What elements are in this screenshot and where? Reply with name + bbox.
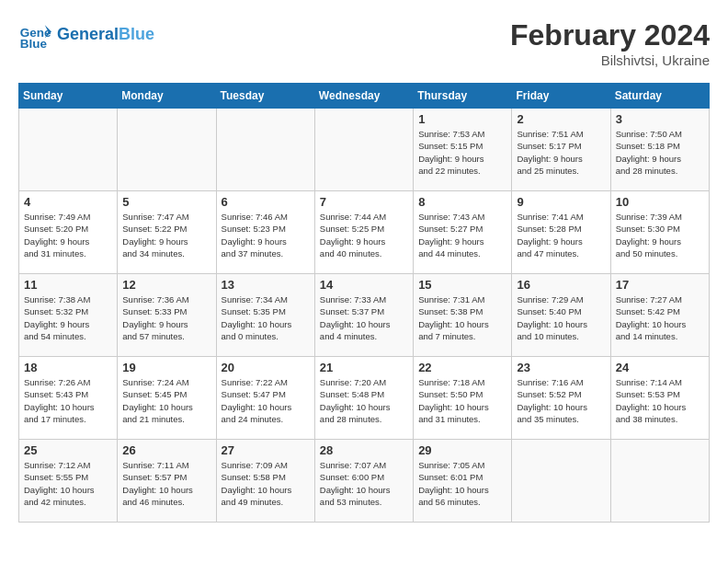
week-row-4: 18Sunrise: 7:26 AM Sunset: 5:43 PM Dayli… <box>19 357 710 440</box>
day-cell: 25Sunrise: 7:12 AM Sunset: 5:55 PM Dayli… <box>19 440 118 523</box>
day-cell: 18Sunrise: 7:26 AM Sunset: 5:43 PM Dayli… <box>19 357 118 440</box>
day-number: 26 <box>122 443 210 457</box>
day-detail: Sunrise: 7:51 AM Sunset: 5:17 PM Dayligh… <box>517 128 605 177</box>
day-detail: Sunrise: 7:46 AM Sunset: 5:23 PM Dayligh… <box>222 211 310 259</box>
day-detail: Sunrise: 7:05 AM Sunset: 6:01 PM Dayligh… <box>418 459 506 508</box>
day-cell: 23Sunrise: 7:16 AM Sunset: 5:52 PM Dayli… <box>512 357 610 440</box>
day-cell: 29Sunrise: 7:05 AM Sunset: 6:01 PM Dayli… <box>414 440 512 523</box>
day-detail: Sunrise: 7:07 AM Sunset: 6:00 PM Dayligh… <box>320 459 408 508</box>
week-row-3: 11Sunrise: 7:38 AM Sunset: 5:32 PM Dayli… <box>19 274 710 357</box>
day-number: 13 <box>222 278 310 292</box>
day-cell: 22Sunrise: 7:18 AM Sunset: 5:50 PM Dayli… <box>414 357 512 440</box>
day-number: 2 <box>517 112 605 126</box>
day-detail: Sunrise: 7:34 AM Sunset: 5:35 PM Dayligh… <box>222 293 310 342</box>
day-detail: Sunrise: 7:43 AM Sunset: 5:27 PM Dayligh… <box>418 211 506 259</box>
day-cell: 13Sunrise: 7:34 AM Sunset: 5:35 PM Dayli… <box>216 274 314 357</box>
day-number: 1 <box>418 112 506 126</box>
day-cell <box>314 109 413 191</box>
day-detail: Sunrise: 7:26 AM Sunset: 5:43 PM Dayligh… <box>24 376 112 425</box>
week-row-5: 25Sunrise: 7:12 AM Sunset: 5:55 PM Dayli… <box>19 440 710 523</box>
day-cell: 28Sunrise: 7:07 AM Sunset: 6:00 PM Dayli… <box>314 440 413 523</box>
day-number: 18 <box>24 361 112 374</box>
weekday-wednesday: Wednesday <box>314 84 413 109</box>
day-number: 5 <box>122 195 210 209</box>
day-cell: 19Sunrise: 7:24 AM Sunset: 5:45 PM Dayli… <box>118 357 216 440</box>
page-header: General Blue GeneralBlue February 2024 B… <box>18 18 710 68</box>
day-cell <box>19 109 118 191</box>
day-cell <box>512 440 610 523</box>
day-detail: Sunrise: 7:18 AM Sunset: 5:50 PM Dayligh… <box>418 376 506 425</box>
weekday-monday: Monday <box>118 84 216 109</box>
day-detail: Sunrise: 7:24 AM Sunset: 5:45 PM Dayligh… <box>122 376 210 425</box>
day-cell: 24Sunrise: 7:14 AM Sunset: 5:53 PM Dayli… <box>610 357 709 440</box>
weekday-thursday: Thursday <box>414 84 512 109</box>
day-detail: Sunrise: 7:36 AM Sunset: 5:33 PM Dayligh… <box>122 293 210 342</box>
logo-blue: Blue <box>119 25 154 43</box>
day-number: 6 <box>222 195 310 209</box>
day-number: 19 <box>122 361 210 374</box>
day-number: 27 <box>222 443 310 457</box>
weekday-tuesday: Tuesday <box>216 84 314 109</box>
day-cell: 1Sunrise: 7:53 AM Sunset: 5:15 PM Daylig… <box>414 109 512 191</box>
calendar-table: SundayMondayTuesdayWednesdayThursdayFrid… <box>18 83 710 523</box>
day-detail: Sunrise: 7:27 AM Sunset: 5:42 PM Dayligh… <box>616 293 704 342</box>
day-number: 4 <box>24 195 112 209</box>
day-cell: 2Sunrise: 7:51 AM Sunset: 5:17 PM Daylig… <box>512 109 610 191</box>
day-number: 17 <box>616 278 704 292</box>
day-detail: Sunrise: 7:31 AM Sunset: 5:38 PM Dayligh… <box>418 293 506 342</box>
day-detail: Sunrise: 7:22 AM Sunset: 5:47 PM Dayligh… <box>222 376 310 425</box>
day-cell: 3Sunrise: 7:50 AM Sunset: 5:18 PM Daylig… <box>610 109 709 191</box>
day-detail: Sunrise: 7:47 AM Sunset: 5:22 PM Dayligh… <box>122 211 210 259</box>
day-number: 10 <box>616 195 704 209</box>
day-number: 22 <box>418 361 506 374</box>
day-detail: Sunrise: 7:09 AM Sunset: 5:58 PM Dayligh… <box>222 459 310 508</box>
day-number: 20 <box>222 361 310 374</box>
day-cell: 21Sunrise: 7:20 AM Sunset: 5:48 PM Dayli… <box>314 357 413 440</box>
logo: General Blue GeneralBlue <box>18 18 154 52</box>
day-detail: Sunrise: 7:16 AM Sunset: 5:52 PM Dayligh… <box>517 376 605 425</box>
day-number: 16 <box>517 278 605 292</box>
day-detail: Sunrise: 7:50 AM Sunset: 5:18 PM Dayligh… <box>616 128 704 177</box>
weekday-header-row: SundayMondayTuesdayWednesdayThursdayFrid… <box>19 84 710 109</box>
logo-general: General <box>57 25 119 43</box>
day-cell <box>610 440 709 523</box>
day-detail: Sunrise: 7:53 AM Sunset: 5:15 PM Dayligh… <box>418 128 506 177</box>
weekday-saturday: Saturday <box>610 84 709 109</box>
day-number: 29 <box>418 443 506 457</box>
day-cell: 20Sunrise: 7:22 AM Sunset: 5:47 PM Dayli… <box>216 357 314 440</box>
day-number: 3 <box>616 112 704 126</box>
day-cell: 11Sunrise: 7:38 AM Sunset: 5:32 PM Dayli… <box>19 274 118 357</box>
day-number: 7 <box>320 195 408 209</box>
day-cell <box>118 109 216 191</box>
day-cell: 12Sunrise: 7:36 AM Sunset: 5:33 PM Dayli… <box>118 274 216 357</box>
day-number: 21 <box>320 361 408 374</box>
day-cell: 6Sunrise: 7:46 AM Sunset: 5:23 PM Daylig… <box>216 191 314 274</box>
day-number: 9 <box>517 195 605 209</box>
week-row-2: 4Sunrise: 7:49 AM Sunset: 5:20 PM Daylig… <box>19 191 710 274</box>
day-cell: 16Sunrise: 7:29 AM Sunset: 5:40 PM Dayli… <box>512 274 610 357</box>
week-row-1: 1Sunrise: 7:53 AM Sunset: 5:15 PM Daylig… <box>19 109 710 191</box>
day-number: 25 <box>24 443 112 457</box>
day-cell: 26Sunrise: 7:11 AM Sunset: 5:57 PM Dayli… <box>118 440 216 523</box>
day-number: 14 <box>320 278 408 292</box>
day-detail: Sunrise: 7:11 AM Sunset: 5:57 PM Dayligh… <box>122 459 210 508</box>
day-cell: 5Sunrise: 7:47 AM Sunset: 5:22 PM Daylig… <box>118 191 216 274</box>
day-number: 28 <box>320 443 408 457</box>
day-number: 8 <box>418 195 506 209</box>
day-cell: 17Sunrise: 7:27 AM Sunset: 5:42 PM Dayli… <box>610 274 709 357</box>
day-detail: Sunrise: 7:20 AM Sunset: 5:48 PM Dayligh… <box>320 376 408 425</box>
day-number: 12 <box>122 278 210 292</box>
calendar-subtitle: Bilshivtsi, Ukraine <box>510 52 710 68</box>
day-cell: 10Sunrise: 7:39 AM Sunset: 5:30 PM Dayli… <box>610 191 709 274</box>
day-number: 24 <box>616 361 704 374</box>
day-detail: Sunrise: 7:41 AM Sunset: 5:28 PM Dayligh… <box>517 211 605 259</box>
day-cell: 8Sunrise: 7:43 AM Sunset: 5:27 PM Daylig… <box>414 191 512 274</box>
svg-text:Blue: Blue <box>20 37 48 51</box>
day-detail: Sunrise: 7:12 AM Sunset: 5:55 PM Dayligh… <box>24 459 112 508</box>
day-cell: 4Sunrise: 7:49 AM Sunset: 5:20 PM Daylig… <box>19 191 118 274</box>
day-cell: 27Sunrise: 7:09 AM Sunset: 5:58 PM Dayli… <box>216 440 314 523</box>
day-cell: 9Sunrise: 7:41 AM Sunset: 5:28 PM Daylig… <box>512 191 610 274</box>
day-cell: 14Sunrise: 7:33 AM Sunset: 5:37 PM Dayli… <box>314 274 413 357</box>
day-number: 11 <box>24 278 112 292</box>
day-cell: 7Sunrise: 7:44 AM Sunset: 5:25 PM Daylig… <box>314 191 413 274</box>
